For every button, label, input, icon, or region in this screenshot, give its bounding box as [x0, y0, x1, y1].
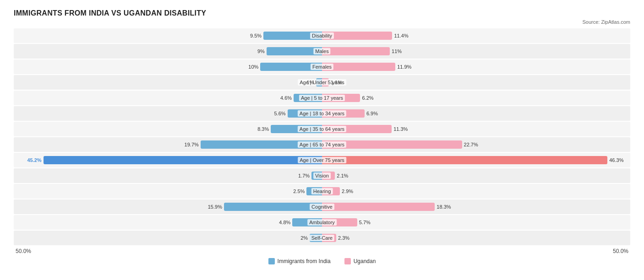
bar-left-value: 1% — [307, 80, 314, 85]
source-label: Source: ZipAtlas.com — [14, 19, 630, 25]
axis-right-label: 50.0% — [613, 248, 628, 254]
chart-row: Age | 35 to 64 years8.3%11.3% — [14, 122, 630, 136]
bar-right-value: 11.3% — [393, 126, 408, 132]
legend-item-right: Ugandan — [344, 258, 376, 264]
bar-left-value: 8.3% — [257, 126, 269, 132]
chart-row: Cognitive15.9%18.3% — [14, 199, 630, 214]
legend-label-left: Immigrants from India — [278, 258, 331, 264]
bar-left-value: 15.9% — [208, 204, 222, 210]
bar-right-value: 22.7% — [464, 142, 478, 147]
chart-row: Hearing2.5%2.9% — [14, 184, 630, 199]
chart-row: Ambulatory4.8%5.7% — [14, 215, 630, 230]
legend-item-left: Immigrants from India — [268, 258, 331, 264]
chart-row: Vision1.7%2.1% — [14, 168, 630, 183]
axis-labels: 50.0% 50.0% — [14, 248, 630, 254]
bar-right-value: 46.3% — [609, 157, 623, 163]
bar-left-value: 4.8% — [279, 220, 290, 225]
chart-container: Disability9.5%11.4%Males9%11%Females10%1… — [14, 28, 630, 245]
bar-left-value: 45.2% — [27, 157, 41, 163]
bar-left-value: 9.5% — [250, 33, 262, 38]
bar-left-value: 10% — [248, 64, 258, 70]
chart-row: Age | 65 to 74 years19.7%22.7% — [14, 137, 630, 152]
bar-right-value: 2.9% — [342, 188, 353, 194]
bar-right-value: 11.4% — [394, 33, 408, 38]
bar-right-value: 1.1% — [331, 80, 342, 85]
legend: Immigrants from India Ugandan — [14, 258, 630, 264]
bar-right-value: 18.3% — [437, 204, 451, 210]
bar-right-value: 5.7% — [359, 220, 371, 225]
bar-right-value: 6.2% — [362, 95, 373, 101]
bar-right-value: 11% — [392, 48, 402, 54]
legend-label-right: Ugandan — [354, 258, 376, 264]
bar-left-value: 5.6% — [274, 111, 286, 116]
chart-row: Self-Care2%2.3% — [14, 231, 630, 245]
chart-row: Females10%11.9% — [14, 59, 630, 74]
bar-right-value: 11.9% — [397, 64, 411, 70]
bar-left-value: 19.7% — [185, 142, 199, 147]
bar-left-value: 2% — [300, 235, 308, 241]
chart-row: Disability9.5%11.4% — [14, 28, 630, 43]
bar-left-value: 4.6% — [280, 95, 292, 101]
bar-right-value: 2.1% — [337, 173, 348, 178]
axis-left-label: 50.0% — [16, 248, 31, 254]
chart-row: Age | Over 75 years45.2%46.3% — [14, 153, 630, 167]
chart-row: Age | 5 to 17 years4.6%6.2% — [14, 91, 630, 105]
legend-box-left — [268, 258, 275, 264]
bar-left-value: 2.5% — [293, 188, 305, 194]
bar-left-value: 1.7% — [298, 173, 310, 178]
chart-row: Age | Under 5 years1%1.1% — [14, 75, 630, 90]
chart-row: Males9%11% — [14, 44, 630, 59]
bar-right-value: 6.9% — [366, 111, 378, 116]
chart-title: IMMIGRANTS FROM INDIA VS UGANDAN DISABIL… — [14, 9, 630, 17]
chart-row: Age | 18 to 34 years5.6%6.9% — [14, 106, 630, 121]
bar-left-value: 9% — [257, 48, 265, 54]
legend-box-right — [344, 258, 351, 264]
bar-right-value: 2.3% — [338, 235, 349, 241]
